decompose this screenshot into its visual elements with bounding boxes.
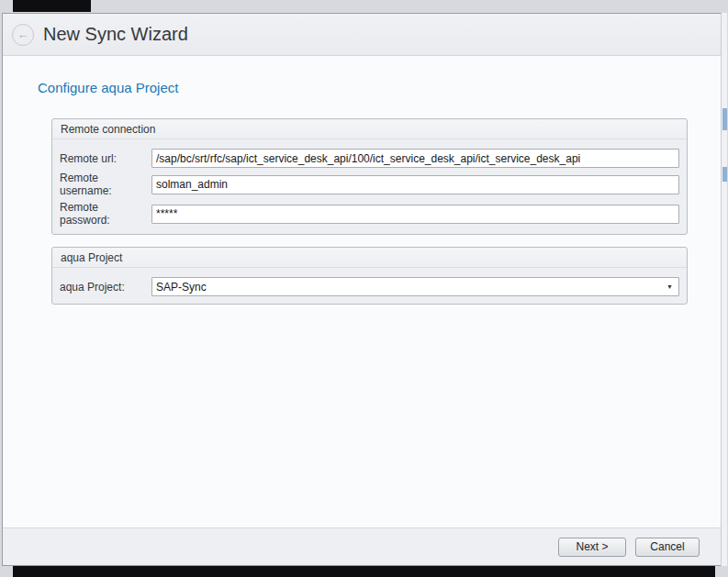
remote-connection-group-header: Remote connection bbox=[52, 119, 687, 139]
remote-username-input[interactable] bbox=[151, 175, 679, 194]
next-button[interactable]: Next > bbox=[558, 538, 626, 557]
cancel-button[interactable]: Cancel bbox=[635, 538, 700, 557]
scrollbar-thumb[interactable] bbox=[722, 108, 727, 130]
wizard-title: New Sync Wizard bbox=[43, 24, 188, 45]
wizard-header: ← New Sync Wizard bbox=[3, 14, 725, 56]
back-button[interactable]: ← bbox=[12, 24, 34, 46]
remote-connection-group-body: Remote url: Remote username: Remote pass… bbox=[52, 139, 687, 234]
back-arrow-icon: ← bbox=[17, 28, 29, 40]
aqua-project-group-body: aqua Project: SAP-Sync ▼ bbox=[52, 268, 687, 304]
remote-username-row: Remote username: bbox=[60, 172, 679, 197]
remote-url-label: Remote url: bbox=[60, 152, 151, 165]
remote-url-row: Remote url: bbox=[60, 149, 679, 168]
remote-password-label: Remote password: bbox=[60, 201, 151, 227]
aqua-project-select[interactable]: SAP-Sync ▼ bbox=[151, 277, 679, 296]
aqua-project-row: aqua Project: SAP-Sync ▼ bbox=[60, 277, 679, 296]
remote-url-input[interactable] bbox=[151, 149, 679, 168]
wizard-content: Configure aqua Project Remote connection… bbox=[3, 56, 725, 527]
remote-connection-group: Remote connection Remote url: Remote use… bbox=[51, 118, 688, 235]
aqua-project-selected-value: SAP-Sync bbox=[156, 281, 207, 294]
background-dark-strip-top bbox=[13, 0, 91, 12]
background-dark-strip-bottom bbox=[13, 566, 715, 577]
remote-password-row: Remote password: bbox=[60, 201, 679, 227]
chevron-down-icon: ▼ bbox=[666, 283, 673, 290]
aqua-project-group-header: aqua Project bbox=[52, 248, 687, 268]
aqua-project-group: aqua Project aqua Project: SAP-Sync ▼ bbox=[51, 247, 688, 305]
page-title: Configure aqua Project bbox=[38, 80, 725, 95]
wizard-window: ← New Sync Wizard Configure aqua Project… bbox=[2, 13, 726, 566]
aqua-project-label: aqua Project: bbox=[60, 281, 151, 294]
aqua-project-group-title: aqua Project bbox=[61, 251, 122, 264]
remote-password-input[interactable] bbox=[151, 205, 679, 224]
footer-bar: Next > Cancel bbox=[3, 527, 725, 565]
scrollbar[interactable] bbox=[721, 13, 727, 566]
remote-username-label: Remote username: bbox=[60, 172, 151, 197]
scrollbar-marker bbox=[722, 167, 727, 182]
remote-connection-group-title: Remote connection bbox=[61, 123, 155, 136]
